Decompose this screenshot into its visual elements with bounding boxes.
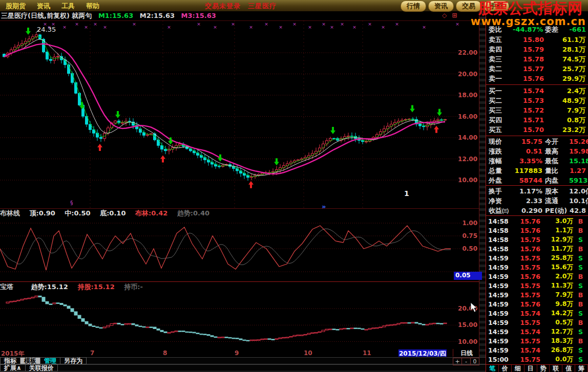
ask-row[interactable]: 卖一15.7629.9万 [486,74,588,83]
mini-button-0[interactable]: 0 [471,358,479,365]
pagoda-chart[interactable]: 20.0015.0010.00 [0,282,486,351]
tick-volume: 7.9万 [540,291,573,299]
level-label: 卖二 [486,64,512,74]
tick-tab-笔[interactable]: 笔 [486,365,499,372]
level-price: 15.78 [512,55,544,63]
tick-row[interactable]: 14:5915.769.8万B [486,299,588,309]
tick-row[interactable]: 14:5815.7512.9万S [486,235,588,244]
bottom-link-关联报价[interactable]: 关联报价 [26,364,58,371]
boll-chart[interactable]: 1.000.750.50 [0,218,486,283]
bid-row[interactable]: 买一15.742.4万 [486,86,588,96]
level-price: 15.72 [512,106,544,114]
tick-time: 14:58 [486,217,511,225]
svg-text:×: × [231,21,235,27]
tick-row[interactable]: 14:5915.7412.7万S [486,327,588,336]
tick-row[interactable]: 14:5915.7525.8万S [486,253,588,262]
tick-volume: 11.7万 [540,245,573,253]
top-tab-交易[interactable]: 交易 [456,1,481,12]
tick-row[interactable]: 14:5815.761.1万B [486,226,588,235]
tick-row[interactable]: 14:5915.762.0万B [486,272,588,281]
tick-tab-势[interactable]: 势 [537,365,550,372]
bottom-link-扩展∧[interactable]: 扩展∧ [0,364,26,371]
tick-flag: S [573,254,588,262]
bid-row[interactable]: 买四15.710.8万 [486,115,588,125]
tick-row[interactable]: 14:5915.750.5万B [486,318,588,327]
svg-text:×: × [62,25,67,30]
stat-row: 净资2.33流通10.1亿 [486,196,588,206]
top-tab-行情[interactable]: 行情 [401,1,426,12]
tick-tab-日[interactable]: 日 [524,365,537,372]
level-volume: 2.4万 [544,86,588,96]
top-tab-资讯[interactable]: 资讯 [428,1,454,12]
tick-tab-联[interactable]: 联 [550,365,562,372]
tick-row[interactable]: 14:5915.7426.8万S [486,345,588,355]
tick-tab-价[interactable]: 价 [499,365,512,372]
level-volume: 7.9万 [544,106,588,115]
boll-label-row: 布林线 顶:0.90 中:0.50 底:0.10 布林:0.42 趋势:0.40 [0,209,479,217]
tick-flag: B [573,291,588,299]
ask-row[interactable]: 卖四15.7928.1万 [486,45,588,54]
bid-row[interactable]: 买三15.727.9万 [486,105,588,115]
level-volume: 25.7万 [544,64,588,74]
pagoda-hold-cash: 持币:- [124,283,143,291]
tick-flag: B [573,337,588,345]
tick-volume: 25.8万 [540,254,573,262]
chart-title-row: 三星医疗(日线,前复权) 就两句 M1:15.63 M2:15.63 M3:15… [0,11,486,21]
tick-row[interactable]: 14:5915.7511.3万S [486,281,588,290]
selected-date-box[interactable]: 2015/12/03/四 [398,349,447,357]
quote-value: 0.51 [513,147,542,155]
quote-value: 3.35% [513,157,542,165]
tick-row[interactable]: 15:0015.750.0万S [486,355,588,364]
tick-flag: S [573,310,588,317]
tick-row[interactable]: 14:5915.7414.2万S [486,309,588,318]
tick-time: 14:59 [486,273,511,280]
tick-price: 15.75 [511,282,540,290]
menu-item-资讯[interactable]: 资讯 [37,2,50,10]
tick-row[interactable]: 14:5815.763.0万B [486,216,588,226]
level-label: 买一 [486,86,512,96]
bottom-tab-另存为[interactable]: 另存为 [60,357,87,364]
level-label: 买五 [486,125,512,135]
svg-text:×: × [330,25,334,30]
ask-row[interactable]: 卖二15.7725.7万 [486,64,588,74]
quote-value: 15.26 [569,138,588,145]
menu-item-工具[interactable]: 工具 [61,2,75,10]
svg-text:×: × [213,25,217,30]
stat-row: 现价15.75今开15.26 [486,137,588,146]
stat-row: 总量117883量比1.27 [486,166,588,176]
tick-tab-细[interactable]: 细 [512,365,524,372]
x-axis-month-9: 9 [235,349,239,357]
quote-label: 现价 [486,137,513,146]
quote-label: 股本 [542,187,569,196]
panel-window-icons[interactable]: ◇ ⊞ [442,12,458,19]
tick-flag: B [573,273,588,280]
tick-volume: 2.0万 [540,272,573,281]
blue-chevrons-marker[interactable]: » [322,203,326,210]
main-chart[interactable]: 22.0020.0018.0016.0014.0012.0010.00×××××… [0,20,486,211]
tick-row[interactable]: 14:5915.7515.6万S [486,262,588,272]
level-price: 15.80 [512,36,544,43]
quote-value: 15.98 [569,147,588,155]
menu-item-帮助[interactable]: 帮助 [86,2,99,10]
level-label: 卖四 [486,45,512,54]
ask-row[interactable]: 卖三15.7874.5万 [486,54,588,64]
menu-item-股期货[interactable]: 股期货 [6,2,26,10]
tick-tab-值[interactable]: 值 [562,365,575,372]
tick-time: 14:59 [486,300,511,308]
period-selector[interactable]: 日线 [453,349,480,357]
quote-value: 42.8 [569,207,588,214]
tick-volume: 1.1万 [540,226,573,235]
tick-volume: 18.3万 [540,337,573,345]
ask-row[interactable]: 卖五15.8061.1万 [486,35,588,45]
svg-text:×: × [292,21,297,27]
mini-button--[interactable]: - [462,358,471,365]
tick-row[interactable]: 14:5915.757.9万B [486,290,588,299]
bid-row[interactable]: 买五15.7023.2万 [486,125,588,135]
tick-tab-筹[interactable]: 筹 [575,365,588,372]
tick-row[interactable]: 14:5915.7518.3万B [486,336,588,345]
tick-tabs: 笔价细日势联值筹 [486,364,588,372]
tick-row[interactable]: 14:5815.7611.7万B [486,244,588,253]
bid-row[interactable]: 买二15.7348.9万 [486,96,588,105]
mini-button-+[interactable]: + [453,358,462,365]
bottom-tabs-row: 指标模板管理另存为 [0,357,486,364]
